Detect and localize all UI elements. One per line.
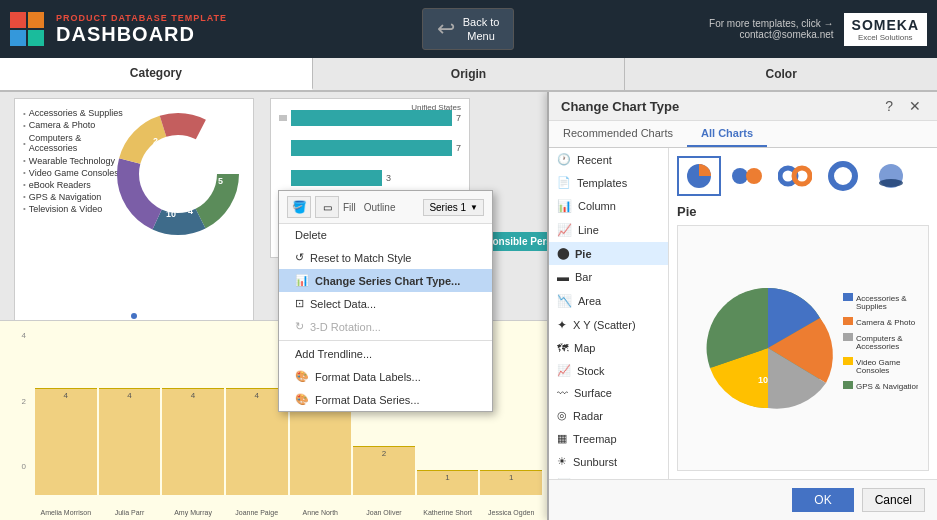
chart-icon: 📊: [295, 274, 309, 287]
svg-text:5: 5: [218, 176, 223, 186]
x-label: Joanne Paige: [235, 509, 278, 516]
svg-rect-27: [843, 333, 853, 341]
someka-name: someka: [852, 17, 919, 33]
tab-color[interactable]: Color: [625, 58, 937, 90]
list-item: •Computers & Accessories: [23, 131, 123, 155]
chart-type-recent[interactable]: 🕐Recent: [549, 148, 668, 171]
preview-label: Pie: [677, 204, 929, 219]
tab-recommended[interactable]: Recommended Charts: [549, 121, 687, 147]
chart-type-stock[interactable]: 📈Stock: [549, 359, 668, 382]
svg-point-5: [148, 144, 208, 204]
format-labels-item[interactable]: 🎨 Format Data Labels...: [279, 365, 492, 388]
select-data-item[interactable]: ⊡ Select Data...: [279, 292, 492, 315]
chart-type-templates[interactable]: 📄Templates: [549, 171, 668, 194]
dialog-footer: OK Cancel: [549, 479, 937, 520]
chart-type-dialog: Change Chart Type ? ✕ Recommended Charts…: [547, 92, 937, 520]
chart-type-surface[interactable]: 〰Surface: [549, 382, 668, 404]
change-chart-item[interactable]: 📊 Change Series Chart Type...: [279, 269, 492, 292]
back-to-menu-button[interactable]: ↩ Back toMenu: [422, 8, 515, 51]
tab-origin[interactable]: Origin: [313, 58, 626, 90]
dialog-tabs: Recommended Charts All Charts: [549, 121, 937, 148]
header-center: ↩ Back toMenu: [422, 8, 515, 51]
svg-rect-25: [843, 317, 853, 325]
svg-rect-22: [843, 293, 853, 301]
x-label: Amy Murray: [174, 509, 212, 516]
list-item: •Wearable Technology: [23, 155, 123, 167]
svg-point-18: [837, 170, 849, 182]
subtype-pie-5[interactable]: [869, 156, 913, 196]
subtype-pie-4[interactable]: [821, 156, 865, 196]
chart-type-treemap[interactable]: ▦Treemap: [549, 427, 668, 450]
x-label: Anne North: [303, 509, 338, 516]
dialog-help-button[interactable]: ?: [881, 98, 897, 114]
x-label: Amelia Morrison: [41, 509, 92, 516]
donut-chart: 2 3 5 4 10 2: [113, 109, 243, 242]
svg-text:4: 4: [188, 206, 193, 216]
more-templates-label: For more templates, click →: [709, 18, 833, 29]
header-title: DASHBOARD: [56, 23, 227, 46]
surface-icon: 〰: [557, 387, 568, 399]
chart-type-column[interactable]: 📊Column: [549, 194, 668, 218]
subtype-pie-3[interactable]: [773, 156, 817, 196]
ok-button[interactable]: OK: [792, 488, 853, 512]
chart-type-area[interactable]: 📉Area: [549, 289, 668, 313]
svg-text:3: 3: [198, 136, 203, 146]
fill-icon[interactable]: 🪣: [287, 196, 311, 218]
chart-type-scatter[interactable]: ✦X Y (Scatter): [549, 313, 668, 337]
cancel-button[interactable]: Cancel: [862, 488, 925, 512]
subtype-pie-1[interactable]: [677, 156, 721, 196]
svg-text:Supplies: Supplies: [856, 302, 887, 311]
chart-type-bar[interactable]: ▬Bar: [549, 265, 668, 289]
column-icon: 📊: [557, 199, 572, 213]
tabs-bar: Category Origin Color: [0, 58, 937, 92]
back-arrow-icon: ↩: [437, 16, 455, 42]
delete-item[interactable]: Delete: [279, 224, 492, 246]
rotation-item: ↻ 3-D Rotation...: [279, 315, 492, 338]
recent-icon: 🕐: [557, 153, 571, 166]
header-subtitle: PRODUCT DATABASE TEMPLATE: [56, 13, 227, 23]
svg-point-20: [879, 179, 903, 187]
chart-type-line[interactable]: 📈Line: [549, 218, 668, 242]
pie-icon: ⬤: [557, 247, 569, 260]
someka-sub: Excel Solutions: [858, 33, 913, 42]
svg-text:Camera & Photo: Camera & Photo: [856, 318, 916, 327]
x-label: Joan Oliver: [366, 509, 401, 516]
scatter-icon: ✦: [557, 318, 567, 332]
list-item: •GPS & Navigation: [23, 191, 123, 203]
list-item: •Video Game Consoles: [23, 167, 123, 179]
svg-text:2: 2: [153, 136, 158, 146]
header-right: For more templates, click → contact@some…: [709, 13, 927, 46]
category-list: •Accessories & Supplies •Camera & Photo …: [23, 107, 123, 215]
fill-label: Fill: [343, 202, 356, 213]
chart-type-map[interactable]: 🗺Map: [549, 337, 668, 359]
dialog-header: Change Chart Type ? ✕: [549, 92, 937, 121]
svg-point-16: [794, 168, 810, 184]
list-item: •eBook Readers: [23, 179, 123, 191]
main-content: •Accessories & Supplies •Camera & Photo …: [0, 92, 937, 520]
add-trendline-item[interactable]: Add Trendline...: [279, 343, 492, 365]
map-icon: 🗺: [557, 342, 568, 354]
treemap-icon: ▦: [557, 432, 567, 445]
format-series-item[interactable]: 🎨 Format Data Series...: [279, 388, 492, 411]
chart-type-pie[interactable]: ⬤Pie: [549, 242, 668, 265]
tab-all-charts[interactable]: All Charts: [687, 121, 767, 147]
x-label: Katherine Short: [423, 509, 472, 516]
series-dropdown[interactable]: Series 1 ▼: [423, 199, 484, 216]
chart-type-radar[interactable]: ◎Radar: [549, 404, 668, 427]
format-series-icon: 🎨: [295, 393, 309, 406]
select-icon: ⊡: [295, 297, 304, 310]
svg-rect-30: [843, 357, 853, 365]
svg-rect-33: [843, 381, 853, 389]
tab-category[interactable]: Category: [0, 58, 313, 90]
chart-type-sunburst[interactable]: ☀Sunburst: [549, 450, 668, 473]
svg-point-13: [732, 168, 748, 184]
svg-text:10: 10: [758, 375, 768, 385]
header-left: PRODUCT DATABASE TEMPLATE DASHBOARD: [10, 12, 227, 46]
dialog-body: 🕐Recent 📄Templates 📊Column 📈Line ⬤Pie ▬B…: [549, 148, 937, 479]
subtype-pie-2[interactable]: [725, 156, 769, 196]
reset-item[interactable]: ↺ Reset to Match Style: [279, 246, 492, 269]
outline-icon[interactable]: ▭: [315, 196, 339, 218]
list-item: •Camera & Photo: [23, 119, 123, 131]
x-label: Jessica Ogden: [488, 509, 534, 516]
dialog-close-button[interactable]: ✕: [905, 98, 925, 114]
